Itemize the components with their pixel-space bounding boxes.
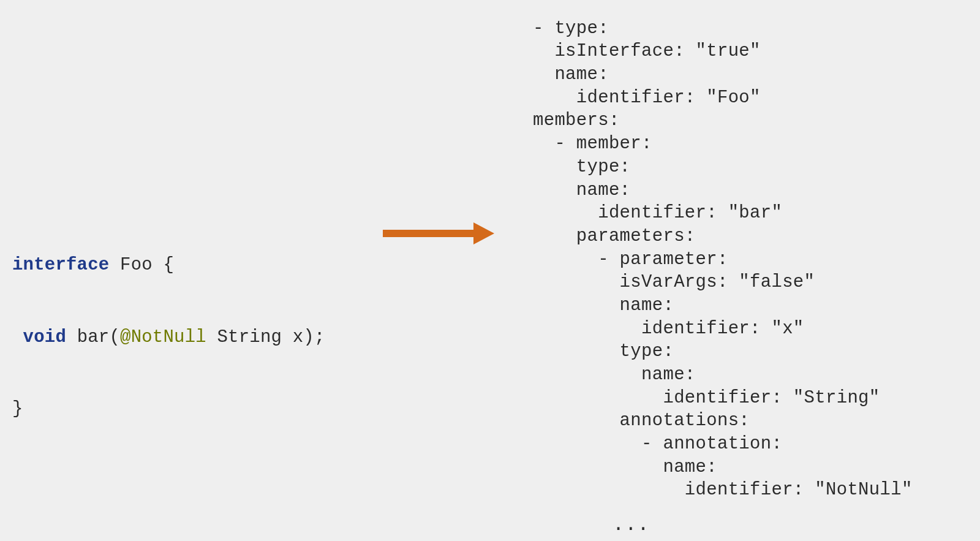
yaml-line: identifier: "String": [533, 388, 880, 408]
code-line-3: }: [12, 397, 325, 421]
yaml-line: identifier: "Foo": [533, 88, 761, 108]
yaml-line: parameters:: [533, 226, 696, 246]
indent: [12, 327, 23, 347]
code-text: Foo {: [109, 255, 174, 275]
yaml-line: identifier: "x": [533, 319, 804, 339]
yaml-line: - parameter:: [533, 249, 728, 270]
yaml-line: members:: [533, 110, 620, 131]
yaml-line: name:: [533, 180, 630, 200]
yaml-line: isVarArgs: "false": [533, 272, 815, 292]
arrow-head: [473, 222, 494, 244]
yaml-line: name:: [533, 457, 717, 477]
yaml-line: name:: [533, 64, 609, 85]
code-text: bar(: [66, 327, 120, 347]
yaml-line: identifier: "bar": [533, 203, 782, 223]
keyword-void: void: [23, 327, 66, 347]
yaml-line: identifier: "NotNull": [533, 480, 913, 500]
ast-yaml-block: - type: isInterface: "true" name: identi…: [533, 0, 913, 502]
yaml-line: - member:: [533, 134, 652, 154]
yaml-line: annotations:: [533, 410, 750, 431]
yaml-line: type:: [533, 157, 630, 177]
source-code-block: interface Foo { void bar(@NotNull String…: [12, 205, 325, 469]
code-line-2: void bar(@NotNull String x);: [12, 325, 325, 349]
yaml-line: name:: [533, 295, 674, 316]
keyword-interface: interface: [12, 255, 109, 275]
yaml-line: name:: [533, 365, 696, 385]
ellipsis-bottom: ...: [612, 513, 650, 536]
code-line-1: interface Foo {: [12, 253, 325, 277]
arrow-right-icon: [383, 222, 499, 244]
slide-stage: interface Foo { void bar(@NotNull String…: [0, 0, 980, 541]
yaml-line: type:: [533, 341, 674, 361]
yaml-line: isInterface: "true": [533, 41, 761, 61]
code-text: String x);: [206, 327, 325, 347]
yaml-line: - annotation:: [533, 434, 782, 454]
arrow-shaft: [383, 230, 475, 237]
yaml-line: - type:: [533, 18, 609, 39]
annotation-notnull: @NotNull: [120, 327, 206, 347]
